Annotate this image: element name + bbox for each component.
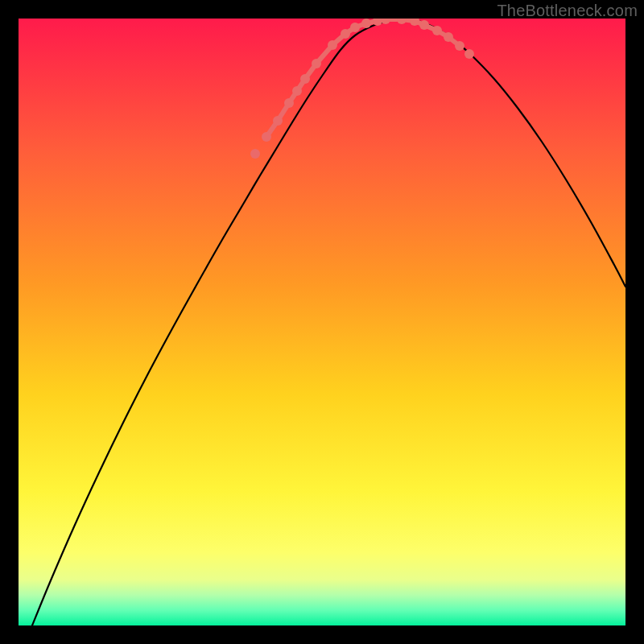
watermark-text: TheBottleneck.com xyxy=(497,2,638,20)
svg-point-5 xyxy=(312,59,321,68)
svg-point-9 xyxy=(361,19,371,28)
chart-frame xyxy=(19,19,625,625)
svg-point-1 xyxy=(273,116,283,126)
svg-point-17 xyxy=(455,41,464,51)
svg-point-8 xyxy=(350,23,360,32)
svg-point-16 xyxy=(444,32,453,42)
svg-point-19 xyxy=(464,49,474,59)
series-dot-1 xyxy=(250,149,260,159)
series-dot-2 xyxy=(464,49,474,59)
svg-point-15 xyxy=(432,26,442,35)
svg-point-6 xyxy=(328,40,337,50)
svg-point-0 xyxy=(262,132,271,142)
svg-point-18 xyxy=(250,149,260,159)
svg-point-4 xyxy=(300,74,310,84)
svg-point-2 xyxy=(284,98,294,108)
svg-point-12 xyxy=(397,19,407,24)
chart-svg xyxy=(19,19,625,625)
svg-point-7 xyxy=(341,29,350,39)
svg-point-3 xyxy=(292,86,302,96)
svg-point-14 xyxy=(419,20,429,30)
series-curve xyxy=(32,19,625,625)
